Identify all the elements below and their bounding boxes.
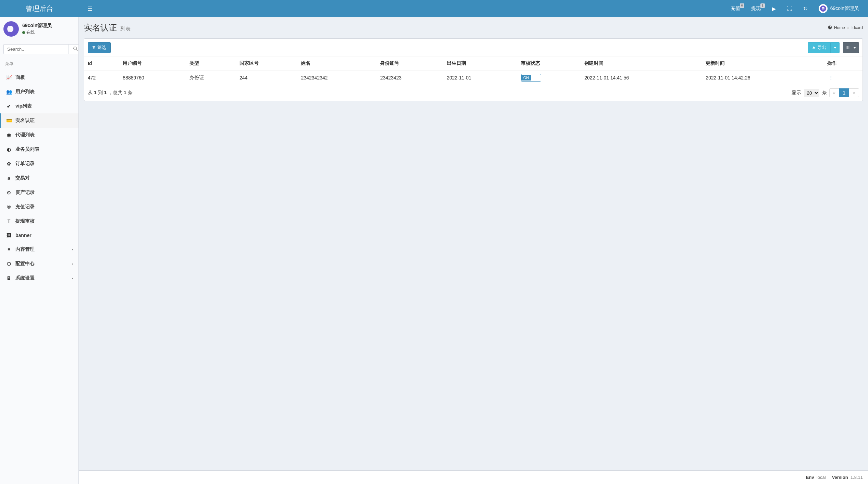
menu-icon: ✿	[5, 161, 13, 166]
sidebar-item-9[interactable]: ®充值记录	[0, 200, 78, 214]
sidebar-item-8[interactable]: ⊙资产记录	[0, 185, 78, 200]
version-value: 1.8.11	[851, 475, 863, 480]
nav-fullscreen-icon[interactable]: ⛶	[783, 2, 796, 15]
column-header[interactable]: 出生日期	[443, 57, 517, 71]
menu-icon: ⊙	[5, 190, 13, 195]
caret-down-icon	[834, 47, 836, 49]
sidebar-item-7[interactable]: a交易对	[0, 171, 78, 185]
search-icon	[73, 46, 78, 52]
nav-withdraw[interactable]: 提现 1	[747, 2, 765, 15]
sidebar-item-12[interactable]: ≡内容管理‹	[0, 242, 78, 257]
page-next[interactable]: »	[849, 88, 859, 97]
user-panel-avatar-icon	[3, 21, 19, 37]
svg-rect-5	[846, 46, 850, 49]
logo[interactable]: 管理后台	[0, 0, 79, 17]
sidebar-item-0[interactable]: 📈面板	[0, 70, 78, 85]
user-panel-name: 69coin管理员	[22, 23, 52, 29]
column-header[interactable]: 更新时间	[702, 57, 823, 71]
export-button[interactable]: 导出	[808, 42, 831, 53]
sidebar-item-13[interactable]: ⬡配置中心‹	[0, 257, 78, 271]
table-cell: 2022-11-01	[443, 70, 517, 85]
pagination: « 1 »	[830, 88, 859, 97]
svg-line-3	[76, 50, 78, 51]
breadcrumb-sep: »	[847, 25, 849, 30]
table-cell: 2022-11-01 14:42:26	[702, 70, 823, 85]
nav-refresh-icon[interactable]: ↻	[799, 2, 812, 15]
sidebar-item-label: banner	[15, 233, 32, 238]
export-button-group: 导出	[808, 42, 840, 53]
filter-button[interactable]: 筛选	[88, 42, 111, 53]
per-page-select[interactable]: 20	[804, 89, 819, 97]
nav-play-icon[interactable]: ▶	[768, 2, 780, 15]
status-switch[interactable]: ON	[521, 74, 541, 82]
menu-icon: 📈	[5, 75, 13, 80]
sidebar-item-14[interactable]: 🖥系统设置‹	[0, 271, 78, 285]
page-current[interactable]: 1	[839, 88, 849, 97]
sidebar-item-2[interactable]: ✔vip列表	[0, 99, 78, 113]
menu-icon: ®	[5, 204, 13, 210]
sidebar-menu: 📈面板👥用户列表✔vip列表💳实名认证◉代理列表◐业务员列表✿订单记录a交易对⊙…	[0, 70, 78, 285]
column-header[interactable]: 用户编号	[119, 57, 186, 71]
row-actions-icon[interactable]: ⋮	[827, 75, 835, 80]
page-prev[interactable]: «	[829, 88, 840, 97]
export-button-label: 导出	[817, 45, 826, 51]
columns-button[interactable]	[843, 42, 859, 53]
table-cell: ⋮	[824, 70, 863, 85]
export-dropdown-toggle[interactable]	[831, 42, 840, 53]
sidebar-item-5[interactable]: ◐业务员列表	[0, 142, 78, 157]
search-button[interactable]	[69, 44, 79, 54]
pagination-summary: 从 1 到 1 ，总共 1 条	[88, 90, 133, 96]
box-header: 筛选 导出	[84, 39, 863, 57]
breadcrumb-current: Idcard	[852, 25, 863, 30]
column-header[interactable]: Id	[84, 57, 119, 71]
column-header[interactable]: 国家区号	[236, 57, 297, 71]
sidebar-item-3[interactable]: 💳实名认证	[0, 113, 78, 128]
menu-icon: ✔	[5, 103, 13, 109]
breadcrumb-home[interactable]: Home	[834, 25, 845, 30]
chevron-left-icon: ‹	[72, 276, 73, 280]
sidebar-item-10[interactable]: T提现审核	[0, 214, 78, 228]
column-header[interactable]: 操作	[824, 57, 863, 71]
main-header: 管理后台 ☰ 充值 0 提现 1 ▶ ⛶ ↻ 69coin管理员	[0, 0, 868, 17]
menu-icon: 💳	[5, 118, 13, 123]
sidebar-toggle-icon[interactable]: ☰	[84, 5, 96, 12]
data-table: Id用户编号类型国家区号姓名身份证号出生日期审核状态创建时间更新时间操作 472…	[84, 57, 863, 85]
table-cell: 2022-11-01 14:41:56	[581, 70, 702, 85]
box-footer: 从 1 到 1 ，总共 1 条 显示 20 条 « 1 »	[84, 85, 863, 101]
columns-button-group	[843, 42, 859, 53]
sidebar-item-1[interactable]: 👥用户列表	[0, 85, 78, 99]
table-cell: ON	[517, 70, 581, 85]
menu-icon: ≡	[5, 247, 13, 252]
nav-recharge[interactable]: 充值 0	[726, 2, 744, 15]
env-label: Env	[806, 475, 814, 480]
page-subtitle: 列表	[120, 26, 131, 32]
sidebar-item-label: 充值记录	[15, 204, 35, 210]
caret-down-icon	[853, 47, 856, 49]
switch-on-label: ON	[521, 75, 531, 80]
sidebar-item-label: vip列表	[15, 103, 32, 109]
env-value: local	[817, 475, 826, 480]
column-header[interactable]: 类型	[186, 57, 236, 71]
column-header[interactable]: 姓名	[297, 57, 377, 71]
main-sidebar: 69coin管理员 在线 菜单 📈面板👥用户列表✔vip列表💳实名认证◉代理列表…	[0, 17, 79, 484]
menu-icon: 👥	[5, 89, 13, 95]
sidebar-item-11[interactable]: 🖼banner	[0, 228, 78, 242]
nav-user[interactable]: 69coin管理员	[815, 1, 863, 16]
sidebar-item-4[interactable]: ◉代理列表	[0, 128, 78, 142]
sidebar-item-label: 交易对	[15, 175, 30, 181]
table-cell: 472	[84, 70, 119, 85]
column-header[interactable]: 身份证号	[377, 57, 443, 71]
menu-icon: a	[5, 175, 13, 181]
search-input[interactable]	[3, 44, 69, 54]
table-row: 47288889760身份证2442342342342234234232022-…	[84, 70, 863, 85]
sidebar-item-label: 内容管理	[15, 246, 35, 252]
sidebar-item-label: 提现审核	[15, 218, 35, 224]
sidebar-menu-header: 菜单	[0, 58, 78, 70]
content-header: 实名认证 列表 Home » Idcard	[79, 17, 868, 38]
sidebar-item-label: 资产记录	[15, 189, 35, 196]
column-header[interactable]: 创建时间	[581, 57, 702, 71]
sidebar-item-6[interactable]: ✿订单记录	[0, 157, 78, 171]
user-panel-status: 在线	[22, 29, 52, 35]
filter-icon	[92, 45, 96, 50]
column-header[interactable]: 审核状态	[517, 57, 581, 71]
